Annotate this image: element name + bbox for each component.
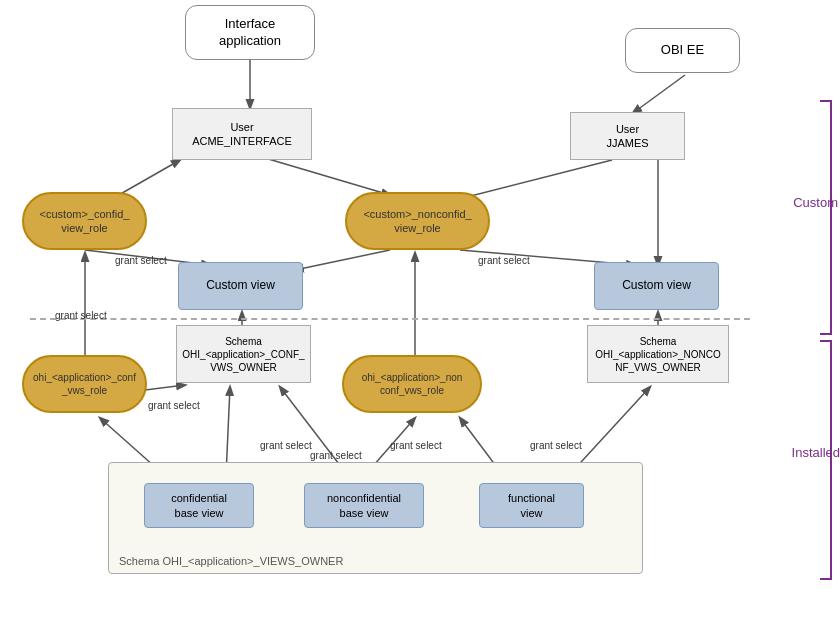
custom-view-left-node: Custom view: [178, 262, 303, 310]
custom-confid-role-node: <custom>_confid_ view_role: [22, 192, 147, 250]
custom-view-right-node: Custom view: [594, 262, 719, 310]
custom-section-label: Custom: [793, 195, 838, 210]
diagram-container: Interface application OBI EE User ACME_I…: [0, 0, 840, 625]
user-acme-node: User ACME_INTERFACE: [172, 108, 312, 160]
functional-view-node: functional view: [479, 483, 584, 528]
svg-line-4: [455, 160, 612, 200]
bottom-schema-box: confidential base view nonconfidential b…: [108, 462, 643, 574]
ohi-nonconf-role-node: ohi_<application>_non conf_vws_role: [342, 355, 482, 413]
grant-select-label-8: grant select: [530, 440, 582, 451]
interface-application-node: Interface application: [185, 5, 315, 60]
installed-brace: [820, 340, 832, 580]
schema-nonconf-node: Schema OHI_<application>_NONCO NF_VWS_OW…: [587, 325, 729, 383]
schema-conf-node: Schema OHI_<application>_CONF_ VWS_OWNER: [176, 325, 311, 383]
dashed-divider: [30, 318, 750, 320]
grant-select-label-5: grant select: [260, 440, 312, 451]
svg-line-6: [295, 250, 390, 270]
custom-brace: [820, 100, 832, 335]
grant-select-label-6: grant select: [310, 450, 362, 461]
conf-base-view-node: confidential base view: [144, 483, 254, 528]
grant-select-label-3: grant select: [55, 310, 107, 321]
installed-section-label: Installed: [792, 445, 840, 460]
bottom-schema-label: Schema OHI_<application>_VIEWS_OWNER: [119, 555, 343, 567]
custom-nonconfid-role-node: <custom>_nonconfid_ view_role: [345, 192, 490, 250]
obi-ee-node: OBI EE: [625, 28, 740, 73]
nonconf-base-view-node: nonconfidential base view: [304, 483, 424, 528]
grant-select-label-4: grant select: [148, 400, 200, 411]
user-jjames-node: User JJAMES: [570, 112, 685, 160]
grant-select-label-2: grant select: [478, 255, 530, 266]
grant-select-label-1: grant select: [115, 255, 167, 266]
grant-select-label-7: grant select: [390, 440, 442, 451]
ohi-conf-role-node: ohi_<application>_conf _vws_role: [22, 355, 147, 413]
svg-line-11: [145, 385, 185, 390]
svg-line-1: [633, 75, 685, 113]
svg-line-3: [265, 158, 390, 195]
